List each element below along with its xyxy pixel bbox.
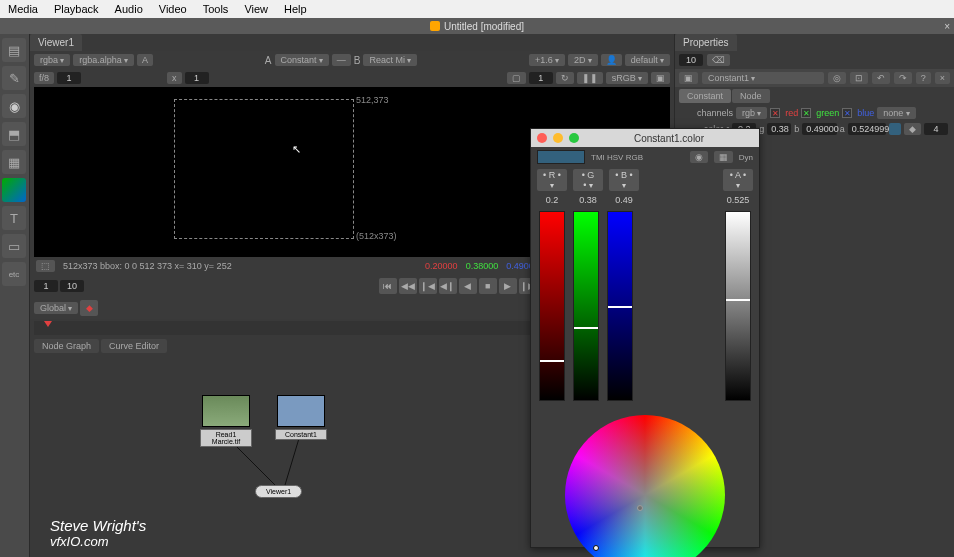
viewer-tab[interactable]: Viewer1 [30,34,82,51]
crop-icon[interactable]: ⬚ [36,260,55,272]
timeline-marker[interactable] [44,321,52,327]
color-picker-window[interactable]: Constant1.color TMI HSV RGB ◉ ▦ Dyn • R … [530,128,760,548]
tab-nodegraph[interactable]: Node Graph [34,339,99,353]
cp-swatch[interactable] [537,150,585,164]
undo-icon[interactable]: ↶ [872,72,890,84]
cp-slider-blue[interactable] [607,211,633,401]
cp-titlebar[interactable]: Constant1.color [531,129,759,147]
menu-view[interactable]: View [244,3,268,15]
expand-icon[interactable]: ▣ [651,72,670,84]
cp-wheel-cursor[interactable] [637,505,643,511]
cp-wheel-cursor2[interactable] [593,545,599,551]
cp-a-val[interactable]: 0.525 [723,195,753,205]
play-back-button[interactable]: ◀ [459,278,477,294]
cp-dyn[interactable]: Dyn [739,153,753,162]
chk-red[interactable]: ✕ [770,108,780,118]
play-button[interactable]: ▶ [499,278,517,294]
fstop-indicator[interactable]: f/8 [34,72,54,84]
prev-key-button[interactable]: ❙◀ [419,278,437,294]
key-icon[interactable]: ◆ [80,300,98,316]
color-b[interactable]: 0.49000 [802,123,836,135]
cp-max-icon[interactable] [569,133,579,143]
first-frame-button[interactable]: ⏮ [379,278,397,294]
cp-close-icon[interactable] [537,133,547,143]
default-dropdown[interactable]: default [625,54,670,66]
cp-g-head[interactable]: • G • [573,169,603,191]
node-constant[interactable]: Constant1 [275,395,327,440]
channels-dropdown[interactable]: rgba [34,54,70,66]
tool-crop-icon[interactable]: ⬒ [2,122,26,146]
cp-slider-green[interactable] [573,211,599,401]
gamma-dropdown[interactable]: +1.6 [529,54,565,66]
redo-icon[interactable]: ↷ [894,72,912,84]
tool-etc-icon[interactable]: etc [2,262,26,286]
sep1[interactable]: — [332,54,351,66]
step-back-button[interactable]: ◀❙ [439,278,457,294]
tab-constant[interactable]: Constant [679,89,731,103]
close-icon[interactable]: × [944,21,950,32]
menu-video[interactable]: Video [159,3,187,15]
global-dropdown[interactable]: Global [34,302,78,314]
color-g[interactable]: 0.38 [767,123,791,135]
tool-panel-icon[interactable]: ▭ [2,234,26,258]
node-read[interactable]: Read1 Marcie.tif [200,395,252,447]
tool-brush-icon[interactable]: ✎ [2,66,26,90]
center-icon[interactable]: ⊡ [850,72,868,84]
user-icon[interactable]: 👤 [601,54,622,66]
prop-count[interactable]: 10 [679,54,703,66]
fstop-value[interactable]: 1 [57,72,81,84]
cp-g-val[interactable]: 0.38 [573,195,603,205]
focus-icon[interactable]: ◎ [828,72,846,84]
cp-wheel-icon[interactable]: ◉ [690,151,708,163]
tool-text-icon[interactable]: T [2,206,26,230]
collapse-icon[interactable]: ▣ [679,72,698,84]
pause-icon[interactable]: ❚❚ [577,72,603,84]
tab-node[interactable]: Node [732,89,770,103]
node-viewer[interactable]: Viewer1 [255,485,302,498]
mode-a-dropdown[interactable]: Constant [275,54,329,66]
layer-dropdown[interactable]: rgba.alpha [73,54,134,66]
cp-r-val[interactable]: 0.2 [537,195,567,205]
input-a-button[interactable]: A [137,54,153,66]
color-a[interactable]: 0.524999 [848,123,887,135]
menu-media[interactable]: Media [8,3,38,15]
x-icon[interactable]: x [167,72,182,84]
cp-modes[interactable]: TMI HSV RGB [591,153,643,162]
menu-help[interactable]: Help [284,3,307,15]
anim-icon[interactable]: ◆ [904,123,921,135]
tool-layers-icon[interactable]: ▤ [2,38,26,62]
close-prop-icon[interactable]: × [935,72,950,84]
cp-r-head[interactable]: • R • [537,169,567,191]
chk-blue[interactable]: ✕ [842,108,852,118]
tool-color-icon[interactable] [2,178,26,202]
color-swatch-button[interactable] [889,123,901,135]
menu-tools[interactable]: Tools [203,3,229,15]
bmix-dropdown[interactable]: React Mi [363,54,417,66]
cp-slider-alpha[interactable] [725,211,751,401]
menu-audio[interactable]: Audio [115,3,143,15]
stop-button[interactable]: ■ [479,278,497,294]
tab-curve-editor[interactable]: Curve Editor [101,339,167,353]
x-value[interactable]: 1 [185,72,209,84]
cp-grid-icon[interactable]: ▦ [714,151,733,163]
channels-value[interactable]: rgb [736,107,767,119]
monitor-icon[interactable]: ▢ [507,72,526,84]
extra-channel[interactable]: none [877,107,915,119]
clear-icon[interactable]: ⌫ [707,54,730,66]
refresh-icon[interactable]: ↻ [556,72,574,84]
frame-current[interactable]: 10 [60,280,84,292]
frame-in[interactable]: 1 [34,280,58,292]
cp-b-head[interactable]: • B • [609,169,639,191]
chk-green[interactable]: ✕ [801,108,811,118]
cp-color-wheel[interactable] [565,415,725,557]
menu-playback[interactable]: Playback [54,3,99,15]
cp-slider-red[interactable] [539,211,565,401]
display-dropdown[interactable]: 2D [568,54,598,66]
cp-a-head[interactable]: • A • [723,169,753,191]
properties-tab[interactable]: Properties [675,34,737,51]
prop-node-name[interactable]: Constant1 [702,72,824,84]
cp-min-icon[interactable] [553,133,563,143]
monitor-val[interactable]: 1 [529,72,553,84]
cp-b-val[interactable]: 0.49 [609,195,639,205]
color-four[interactable]: 4 [924,123,948,135]
